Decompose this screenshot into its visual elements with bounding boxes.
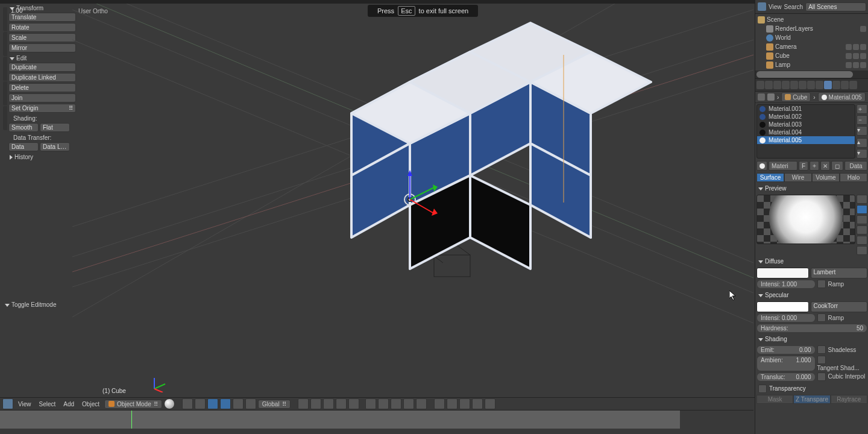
duplicate-button[interactable]: Duplicate — [8, 63, 76, 72]
preview-flat-icon[interactable] — [857, 195, 867, 204]
modifiers-tab-icon[interactable] — [807, 81, 815, 89]
material-slot-specials-button[interactable]: ▾ — [857, 126, 867, 136]
properties-context-tabs[interactable] — [755, 78, 868, 92]
select-menu[interactable]: Select — [36, 401, 59, 407]
material-slot[interactable]: Material.001 — [757, 105, 855, 113]
material-slot-remove-button[interactable]: － — [857, 115, 867, 125]
emit-field[interactable]: Emit:0.00 — [756, 345, 816, 354]
translucency-field[interactable]: Transluc:0.000 — [756, 373, 816, 382]
texture-tab-icon[interactable] — [832, 81, 840, 89]
manipulator-translate-icon[interactable] — [220, 398, 231, 409]
material-slot[interactable]: Material.005 — [757, 136, 855, 144]
pivot-individual-icon[interactable] — [195, 398, 206, 409]
translate-button[interactable]: Translate — [8, 13, 76, 22]
material-slot-add-button[interactable]: ＋ — [857, 104, 867, 114]
material-slot[interactable]: Material.002 — [757, 113, 855, 121]
material-browse-button[interactable] — [756, 161, 767, 171]
outliner-world[interactable]: World — [775, 34, 866, 41]
transparency-mask-tab[interactable]: Mask — [756, 395, 793, 404]
tangent-shading-checkbox[interactable] — [817, 356, 826, 364]
specular-panel-header[interactable]: Specular — [755, 290, 868, 300]
object-menu[interactable]: Object — [79, 401, 102, 407]
ambient-field[interactable]: Ambien:1.000 — [756, 356, 816, 371]
specular-color-swatch[interactable] — [756, 301, 809, 312]
3d-viewport[interactable] — [72, 4, 753, 395]
transparency-panel-header[interactable]: Transparency — [755, 383, 868, 395]
outliner-view-menu[interactable]: View — [769, 4, 782, 10]
material-fake-user-button[interactable]: F — [799, 161, 808, 171]
halo-tab[interactable]: Halo — [840, 173, 867, 182]
lock-camera-icon[interactable] — [434, 398, 445, 409]
render-border-icon[interactable] — [485, 398, 495, 409]
surface-tab[interactable]: Surface — [756, 173, 784, 182]
preview-sphere-icon[interactable] — [857, 205, 867, 214]
snap-toggle-icon[interactable] — [459, 398, 470, 409]
editor-type-selector[interactable] — [2, 398, 13, 409]
material-unlink-button[interactable]: ✕ — [820, 161, 830, 171]
layer-button[interactable] — [348, 398, 359, 409]
material-slot[interactable]: Material.004 — [757, 128, 855, 136]
delete-button[interactable]: Delete — [8, 83, 76, 92]
preview-monkey-icon[interactable] — [857, 225, 867, 234]
material-slot-move-down-button[interactable]: ▾ — [857, 149, 867, 159]
data-tab-icon[interactable] — [816, 81, 823, 89]
material-slot[interactable]: Material.003 — [757, 121, 855, 128]
material-link-selector[interactable]: Data — [844, 161, 867, 171]
layer-button[interactable] — [403, 398, 414, 409]
join-button[interactable]: Join — [8, 93, 76, 102]
specular-ramp-checkbox[interactable] — [817, 313, 826, 322]
specular-intensity-field[interactable]: Intensi: 0.000 — [756, 313, 816, 322]
layer-button[interactable] — [391, 398, 401, 409]
diffuse-ramp-checkbox[interactable] — [817, 280, 826, 288]
add-menu[interactable]: Add — [60, 401, 77, 407]
view-menu[interactable]: View — [15, 401, 34, 407]
transform-orientation-selector[interactable]: Global⠿ — [258, 400, 291, 409]
outliner-lamp[interactable]: Lamp — [775, 61, 846, 68]
layer-button[interactable] — [310, 398, 321, 409]
outliner-cube[interactable]: Cube — [775, 52, 846, 59]
breadcrumb-object[interactable]: Cube — [781, 92, 811, 102]
shade-flat-button[interactable]: Flat — [40, 123, 70, 132]
manipulator-toggle[interactable] — [207, 398, 218, 409]
particles-tab-icon[interactable] — [841, 81, 849, 89]
mode-selector[interactable]: Object Mode⠿ — [104, 400, 162, 409]
preview-panel-header[interactable]: Preview — [755, 183, 868, 193]
layer-button[interactable] — [323, 398, 334, 409]
data-layout-button[interactable]: Data Layo — [40, 142, 70, 151]
manipulator-scale-icon[interactable] — [245, 398, 256, 409]
cubic-interpolation-checkbox[interactable] — [817, 373, 826, 381]
outliner-search-menu[interactable]: Search — [784, 4, 804, 10]
editor-type-selector[interactable] — [758, 2, 766, 11]
diffuse-shader-dropdown[interactable]: Lambert — [811, 268, 868, 278]
shade-smooth-button[interactable]: Smooth — [8, 123, 39, 132]
pin-icon[interactable] — [758, 93, 765, 101]
scene-tab-icon[interactable] — [773, 81, 781, 89]
preview-world-icon[interactable] — [857, 246, 867, 255]
hardness-field[interactable]: Hardness:50 — [756, 324, 867, 333]
preview-cube-icon[interactable] — [857, 215, 867, 224]
last-operator-panel[interactable]: Toggle Editmode — [5, 301, 57, 308]
transparency-enable-checkbox[interactable] — [758, 385, 767, 393]
data-transfer-button[interactable]: Data — [8, 142, 39, 151]
timeline[interactable] — [0, 410, 753, 434]
mirror-button[interactable]: Mirror — [8, 43, 76, 52]
layer-button[interactable] — [336, 398, 347, 409]
wire-tab[interactable]: Wire — [784, 173, 812, 182]
layer-button[interactable] — [365, 398, 376, 409]
transparency-ztransp-tab[interactable]: Z Transpare — [793, 395, 830, 404]
shading-panel-header[interactable]: Shading — [755, 334, 868, 344]
renderlayers-tab-icon[interactable] — [765, 81, 773, 89]
volume-tab[interactable]: Volume — [812, 173, 840, 182]
outliner-renderlayers[interactable]: RenderLayers — [775, 25, 860, 32]
edit-panel-header[interactable]: Edit — [8, 54, 70, 63]
set-origin-dropdown[interactable]: Set Origin⠿ — [8, 104, 76, 113]
manipulator-rotate-icon[interactable] — [233, 398, 244, 409]
scale-button[interactable]: Scale — [8, 33, 76, 42]
physics-tab-icon[interactable] — [849, 81, 857, 89]
layer-button[interactable] — [378, 398, 389, 409]
shading-solid-icon[interactable] — [164, 398, 175, 409]
material-name-field[interactable]: Materi — [769, 161, 797, 171]
shadeless-checkbox[interactable] — [817, 345, 826, 354]
material-slot-move-up-button[interactable]: ▴ — [857, 138, 867, 148]
rotate-button[interactable]: Rotate — [8, 23, 76, 32]
